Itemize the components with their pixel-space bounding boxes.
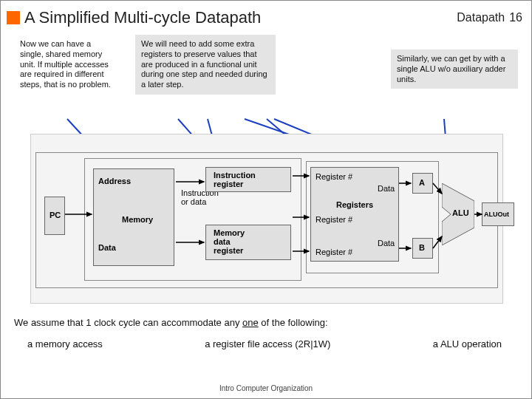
- aluout-label: ALUOut: [484, 211, 509, 218]
- alu-block: ALU: [442, 183, 474, 245]
- regno-label-2: Register #: [316, 215, 352, 224]
- pc-block: PC: [44, 197, 65, 235]
- registers-label: Registers: [336, 200, 373, 209]
- memory-data-register-block: Memory data register: [205, 225, 291, 260]
- mdr-label: Memory data register: [214, 228, 245, 255]
- alu-label: ALU: [452, 208, 469, 217]
- assumption-options: a memory access a register file access (…: [14, 338, 519, 349]
- aluout-block: ALUOut: [482, 202, 514, 226]
- address-port-label: Address: [98, 177, 131, 185]
- callout-memory: Now we can have a single, shared memory …: [14, 35, 117, 95]
- assumption-text: We assume that 1 clock cycle can accommo…: [14, 317, 519, 349]
- title-row: A Simplified Multi-cycle Datapath Datapa…: [1, 1, 531, 32]
- assumption-one: one: [242, 317, 259, 328]
- pc-label: PC: [50, 211, 61, 219]
- accent-square-icon: [7, 11, 20, 24]
- option-register-access: a register file access (2R|1W): [205, 338, 330, 349]
- assumption-line: We assume that 1 clock cycle can accommo…: [14, 317, 519, 328]
- registers-block: Register # Data Registers Register # Dat…: [310, 167, 399, 262]
- option-memory-access: a memory access: [27, 338, 103, 349]
- callouts-region: Now we can have a single, shared memory …: [1, 32, 531, 120]
- page-title: A Simplified Multi-cycle Datapath: [24, 8, 457, 27]
- data-out-label-2: Data: [378, 239, 395, 248]
- b-label: B: [419, 243, 425, 252]
- option-alu-op: a ALU operation: [433, 338, 502, 349]
- assumption-prefix: We assume that 1 clock cycle can accommo…: [14, 317, 242, 328]
- assumption-suffix: of the following:: [259, 317, 328, 328]
- section-label: Datapath: [457, 11, 505, 24]
- regno-label-3: Register #: [316, 248, 352, 256]
- memory-block: Address Memory Data Instruction or data: [93, 168, 174, 266]
- data-out-label-1: Data: [378, 184, 395, 193]
- callout-registers: We will need to add some extra registers…: [135, 35, 276, 95]
- a-register-block: A: [412, 173, 433, 194]
- instruction-register-block: Instruction register: [205, 167, 291, 192]
- slide: A Simplified Multi-cycle Datapath Datapa…: [0, 0, 532, 399]
- b-register-block: B: [412, 238, 433, 259]
- regno-label-1: Register #: [316, 172, 352, 181]
- memory-label: Memory: [122, 215, 153, 224]
- datapath-diagram: PC Address Memory Data Instruction or da…: [30, 134, 503, 304]
- page-number: 16: [509, 11, 522, 24]
- footer-text: Intro Computer Organization: [1, 384, 531, 392]
- data-port-label: Data: [98, 243, 116, 252]
- ir-label: Instruction register: [214, 171, 256, 188]
- a-label: A: [419, 178, 425, 187]
- callout-alu: Similarly, we can get by with a single A…: [391, 50, 518, 89]
